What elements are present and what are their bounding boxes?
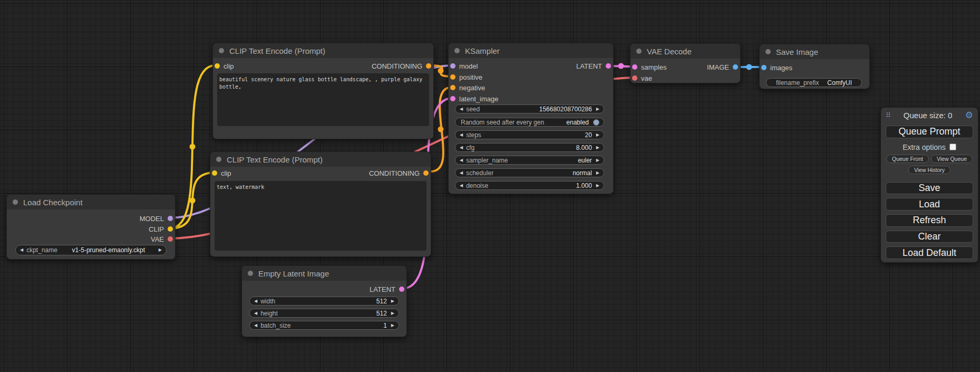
load-default-button[interactable]: Load Default: [886, 246, 973, 259]
toggle-on-icon[interactable]: [593, 119, 599, 126]
node-title-bar[interactable]: VAE Decode: [630, 44, 740, 59]
collapse-dot-icon[interactable]: [216, 157, 221, 162]
node-title-bar[interactable]: CLIP Text Encode (Prompt): [210, 152, 431, 167]
random-seed-toggle-widget[interactable]: Random seed after every gen enabled: [455, 118, 604, 127]
cfg-widget[interactable]: ◀ cfg 8.000 ▶: [455, 143, 604, 152]
model-port-icon[interactable]: [450, 63, 455, 69]
output-port-conditioning[interactable]: CONDITIONING: [372, 62, 431, 70]
queue-front-button[interactable]: Queue Front: [886, 155, 929, 163]
denoise-widget[interactable]: ◀ denoise 1.000 ▶: [455, 181, 604, 190]
latent-port-icon[interactable]: [632, 64, 637, 70]
conditioning-port-icon[interactable]: [423, 170, 429, 176]
widget-value[interactable]: ComfyUI: [827, 79, 852, 87]
input-port-samples[interactable]: samples: [632, 63, 666, 71]
collapse-dot-icon[interactable]: [454, 48, 460, 53]
refresh-button[interactable]: Refresh: [886, 214, 973, 227]
conditioning-port-icon[interactable]: [450, 74, 455, 80]
clear-button[interactable]: Clear: [886, 231, 973, 243]
decrement-arrow-icon[interactable]: ◀: [460, 133, 463, 137]
node-graph-canvas[interactable]: Load Checkpoint MODEL CLIP VAE ◀ ckpt_na…: [0, 0, 980, 372]
widget-value[interactable]: normal: [497, 169, 592, 177]
output-port-latent[interactable]: LATENT: [370, 285, 404, 293]
output-port-clip[interactable]: CLIP: [149, 225, 173, 233]
decrement-arrow-icon[interactable]: ◀: [460, 107, 463, 111]
output-port-model[interactable]: MODEL: [140, 214, 173, 223]
node-vae-decode[interactable]: VAE Decode samples vae IMAGE: [630, 43, 741, 83]
widget-value[interactable]: 1: [294, 322, 387, 329]
increment-arrow-icon[interactable]: ▶: [596, 158, 599, 163]
widget-value[interactable]: 8.000: [478, 144, 592, 151]
node-ksampler[interactable]: KSampler model positive negative latent_…: [448, 43, 614, 194]
steps-widget[interactable]: ◀ steps 20 ▶: [455, 130, 604, 139]
prompt-textarea[interactable]: text, watermark: [215, 181, 426, 251]
width-widget[interactable]: ◀ width 512 ▶: [249, 297, 399, 306]
input-port-images[interactable]: images: [761, 63, 792, 72]
widget-value[interactable]: 512: [278, 298, 387, 305]
conditioning-port-icon[interactable]: [426, 63, 431, 69]
collapse-dot-icon[interactable]: [765, 49, 771, 54]
clip-port-icon[interactable]: [215, 63, 220, 69]
model-port-icon[interactable]: [168, 216, 173, 221]
widget-value[interactable]: 512: [281, 310, 387, 317]
node-save-image[interactable]: Save Image images filename_prefix ComfyU…: [759, 44, 870, 89]
node-title-bar[interactable]: Load Checkpoint: [7, 195, 175, 209]
batch-size-widget[interactable]: ◀ batch_size 1 ▶: [249, 321, 399, 330]
output-port-latent[interactable]: LATENT: [576, 62, 611, 70]
decrement-arrow-icon[interactable]: ◀: [254, 311, 257, 316]
widget-value[interactable]: 1.000: [491, 182, 592, 189]
gear-icon[interactable]: ⚙: [965, 111, 973, 120]
collapse-dot-icon[interactable]: [219, 48, 224, 53]
vae-port-icon[interactable]: [168, 236, 173, 242]
node-title-bar[interactable]: KSampler: [449, 43, 613, 58]
latent-port-icon[interactable]: [606, 63, 611, 69]
decrement-arrow-icon[interactable]: ◀: [460, 184, 463, 188]
view-history-button[interactable]: View History: [908, 166, 950, 174]
increment-arrow-icon[interactable]: ▶: [159, 248, 162, 252]
output-port-vae[interactable]: VAE: [151, 235, 173, 243]
increment-arrow-icon[interactable]: ▶: [391, 323, 394, 328]
node-empty-latent-image[interactable]: Empty Latent Image LATENT ◀ width 512 ▶ …: [241, 265, 407, 337]
input-port-latent-image[interactable]: latent_image: [450, 94, 498, 103]
scheduler-widget[interactable]: ◀ scheduler normal ▶: [455, 168, 604, 177]
height-widget[interactable]: ◀ height 512 ▶: [249, 309, 399, 318]
collapse-dot-icon[interactable]: [636, 49, 642, 54]
input-port-positive[interactable]: positive: [450, 73, 482, 81]
decrement-arrow-icon[interactable]: ◀: [460, 171, 463, 175]
node-load-checkpoint[interactable]: Load Checkpoint MODEL CLIP VAE ◀ ckpt_na…: [6, 194, 176, 260]
load-button[interactable]: Load: [886, 198, 973, 211]
output-port-conditioning[interactable]: CONDITIONING: [369, 169, 429, 177]
increment-arrow-icon[interactable]: ▶: [596, 133, 599, 137]
prompt-textarea[interactable]: beautiful scenery nature glass bottle la…: [217, 73, 429, 126]
increment-arrow-icon[interactable]: ▶: [596, 146, 599, 150]
image-port-icon[interactable]: [733, 64, 738, 70]
increment-arrow-icon[interactable]: ▶: [391, 299, 394, 303]
view-queue-button[interactable]: View Queue: [931, 155, 973, 163]
widget-value[interactable]: v1-5-pruned-emaonly.ckpt: [61, 246, 157, 254]
decrement-arrow-icon[interactable]: ◀: [254, 323, 257, 328]
node-title-bar[interactable]: Empty Latent Image: [242, 266, 406, 281]
output-port-image[interactable]: IMAGE: [707, 63, 738, 71]
drag-handle-icon[interactable]: ⠿: [886, 112, 891, 119]
node-clip-text-encode-positive[interactable]: CLIP Text Encode (Prompt) clip CONDITION…: [212, 43, 434, 139]
widget-value[interactable]: euler: [511, 157, 592, 164]
save-button[interactable]: Save: [886, 182, 973, 195]
node-title-bar[interactable]: CLIP Text Encode (Prompt): [213, 43, 433, 58]
seed-widget[interactable]: ◀ seed 156680208700286 ▶: [455, 104, 604, 113]
input-port-clip[interactable]: clip: [215, 62, 234, 70]
clip-port-icon[interactable]: [212, 170, 217, 176]
decrement-arrow-icon[interactable]: ◀: [20, 248, 23, 252]
filename-prefix-widget[interactable]: filename_prefix ComfyUI: [766, 78, 862, 87]
input-port-vae[interactable]: vae: [632, 74, 652, 82]
conditioning-port-icon[interactable]: [450, 85, 455, 90]
extra-options-checkbox[interactable]: [949, 144, 956, 150]
decrement-arrow-icon[interactable]: ◀: [254, 299, 257, 303]
node-clip-text-encode-negative[interactable]: CLIP Text Encode (Prompt) clip CONDITION…: [210, 151, 431, 257]
increment-arrow-icon[interactable]: ▶: [596, 184, 599, 188]
sampler-name-widget[interactable]: ◀ sampler_name euler ▶: [455, 156, 604, 165]
clip-port-icon[interactable]: [168, 226, 173, 232]
node-title-bar[interactable]: Save Image: [760, 44, 869, 59]
increment-arrow-icon[interactable]: ▶: [596, 171, 599, 175]
decrement-arrow-icon[interactable]: ◀: [460, 146, 463, 150]
widget-value[interactable]: 156680208700286: [483, 106, 592, 113]
collapse-dot-icon[interactable]: [13, 199, 18, 205]
